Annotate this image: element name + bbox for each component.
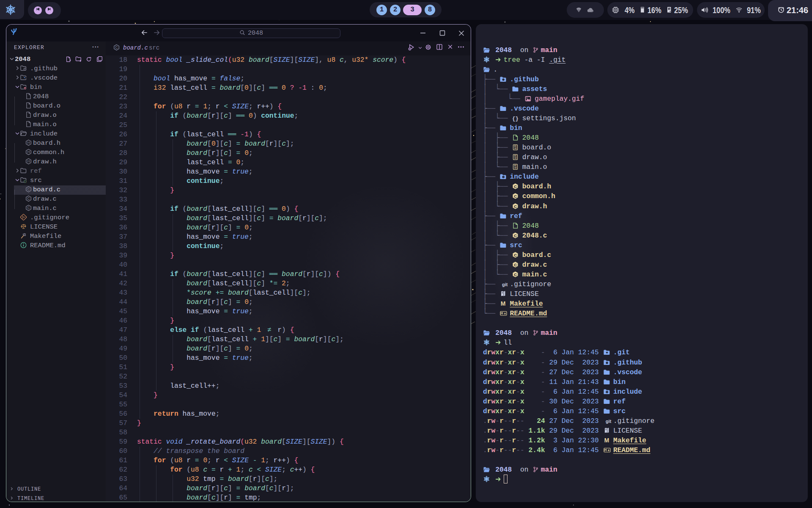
svg-text:C: C — [514, 194, 517, 199]
svg-text:C: C — [514, 262, 517, 267]
svg-text:H: H — [27, 150, 30, 154]
svg-text:M: M — [604, 437, 609, 444]
svg-text:C: C — [514, 252, 517, 257]
svg-text:C: C — [514, 272, 517, 277]
svg-text:H: H — [27, 159, 30, 163]
svg-text:H: H — [27, 141, 30, 145]
svg-text:M: M — [501, 300, 506, 307]
svg-text:C: C — [27, 206, 30, 210]
svg-text:C: C — [115, 45, 118, 50]
svg-text:git: git — [502, 282, 508, 287]
svg-text:C: C — [514, 184, 517, 189]
svg-text:git: git — [606, 418, 612, 423]
svg-text:C: C — [514, 204, 517, 208]
svg-text:C: C — [27, 187, 30, 191]
svg-text:10: 10 — [514, 147, 517, 149]
svg-text:10: 10 — [514, 157, 517, 159]
svg-text:{}: {} — [23, 180, 27, 183]
svg-text:C: C — [27, 196, 30, 201]
svg-text:C: C — [514, 233, 517, 237]
svg-text:10: 10 — [514, 167, 517, 169]
svg-text:{}: {} — [512, 116, 518, 121]
